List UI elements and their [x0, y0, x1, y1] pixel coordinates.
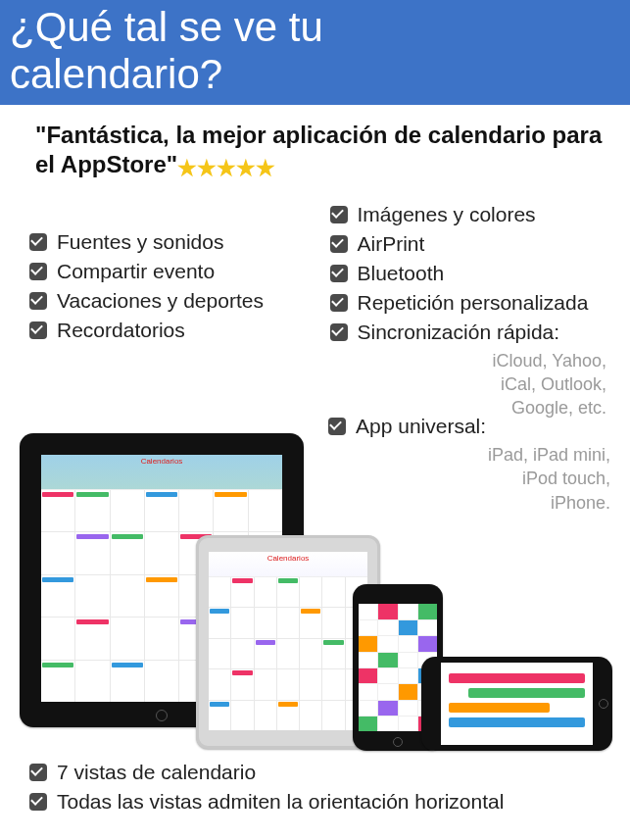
star-icon: ★ — [197, 156, 217, 180]
feature-label: Repetición personalizada — [358, 291, 589, 315]
star-icon: ★ — [177, 156, 197, 180]
check-icon — [29, 764, 47, 781]
bottom-features: 7 vistas de calendario Todas las vistas … — [29, 758, 504, 816]
feature-item: Compartir evento — [29, 257, 318, 286]
check-icon — [330, 235, 348, 253]
star-icon: ★ — [256, 156, 275, 180]
features-right-column: Imágenes y colores AirPrint Bluetooth Re… — [330, 200, 619, 428]
feature-item: AirPrint — [330, 229, 619, 259]
feature-label: Sincronización rápida: — [358, 321, 560, 344]
calendar-grid — [209, 577, 367, 731]
feature-item: Bluetooth — [330, 259, 619, 288]
rating-stars: ★★★★★ — [177, 153, 275, 182]
check-icon — [29, 321, 47, 339]
iphone-landscape-screen — [441, 663, 593, 745]
feature-label: Recordatorios — [57, 319, 185, 342]
feature-label: 7 vistas de calendario — [57, 761, 256, 784]
feature-item: Todas las vistas admiten la orientación … — [29, 787, 504, 816]
calendar-header: Calendarios — [209, 552, 367, 576]
feature-label: Fuentes y sonidos — [57, 230, 223, 254]
check-icon — [330, 206, 348, 223]
star-icon: ★ — [236, 156, 256, 180]
check-icon — [29, 263, 47, 280]
check-icon — [330, 265, 348, 282]
feature-label: Vacaciones y deportes — [57, 289, 264, 313]
feature-label: Compartir evento — [57, 260, 215, 283]
banner-line-2: calendario? — [10, 51, 222, 97]
feature-label: Todas las vistas admiten la orientación … — [57, 790, 504, 814]
feature-item: Fuentes y sonidos — [29, 227, 318, 257]
feature-item: Vacaciones y deportes — [29, 286, 318, 316]
features-columns: Fuentes y sonidos Compartir evento Vacac… — [0, 190, 630, 432]
home-button-icon — [599, 699, 608, 709]
feature-item: Recordatorios — [29, 316, 318, 345]
home-button-icon — [393, 737, 403, 747]
feature-item: Imágenes y colores — [330, 200, 619, 229]
review-quote: "Fantástica, la mejor aplicación de cale… — [0, 105, 630, 190]
check-icon — [330, 294, 348, 312]
feature-item: 7 vistas de calendario — [29, 758, 504, 787]
home-button-icon — [156, 710, 168, 721]
star-icon: ★ — [217, 156, 236, 180]
check-icon — [330, 323, 348, 341]
features-left-column: Fuentes y sonidos Compartir evento Vacac… — [29, 200, 318, 428]
calendar-header: Calendarios — [41, 455, 282, 489]
headline-banner: ¿Qué tal se ve tu calendario? — [0, 0, 630, 105]
device-mockups: Calendarios Calendarios — [0, 433, 630, 755]
check-icon — [29, 793, 47, 811]
feature-label: AirPrint — [358, 232, 425, 256]
quote-text: "Fantástica, la mejor aplicación de cale… — [35, 122, 602, 177]
feature-label: Imágenes y colores — [358, 203, 536, 226]
ipad-mini-screen: Calendarios — [209, 552, 367, 730]
banner-line-1: ¿Qué tal se ve tu — [10, 4, 323, 50]
check-icon — [29, 233, 47, 251]
check-icon — [328, 418, 346, 435]
check-icon — [29, 292, 47, 310]
feature-item: Repetición personalizada — [330, 288, 619, 318]
iphone-landscape-mockup — [421, 657, 612, 751]
feature-label: Bluetooth — [358, 262, 445, 285]
feature-item: Sincronización rápida: — [330, 318, 619, 347]
